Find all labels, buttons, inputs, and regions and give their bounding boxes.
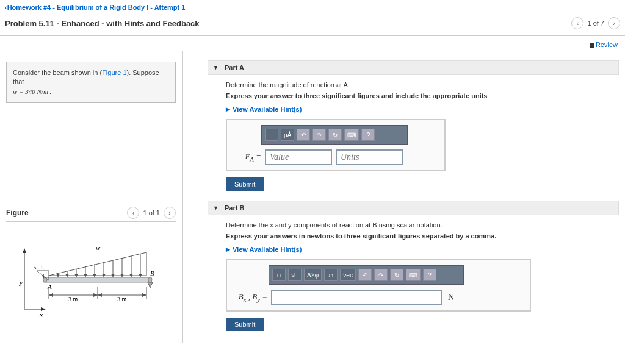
review-icon bbox=[590, 43, 594, 48]
part-a-value-input[interactable] bbox=[265, 149, 332, 165]
tb-vec-button[interactable]: vec bbox=[340, 269, 356, 281]
part-a-toolbar: □ µÅ ↶ ↷ ↻ ⌨ ? bbox=[261, 125, 408, 145]
tb-subsup-button[interactable]: ↓↑ bbox=[324, 269, 338, 281]
svg-text:3: 3 bbox=[41, 265, 44, 271]
problem-prompt: Consider the beam shown in (Figure 1). S… bbox=[6, 62, 176, 103]
part-b-hint-label: View Available Hint(s) bbox=[233, 246, 302, 253]
next-page-button[interactable]: › bbox=[608, 17, 620, 29]
svg-text:A: A bbox=[47, 283, 52, 290]
part-b-answer-label: Bx , By = bbox=[232, 292, 267, 303]
page-title: Problem 5.11 - Enhanced - with Hints and… bbox=[5, 19, 200, 28]
caret-right-icon: ▶ bbox=[226, 246, 230, 252]
figure-prev-button[interactable]: ‹ bbox=[127, 207, 139, 219]
svg-text:4: 4 bbox=[42, 273, 45, 279]
review-label: Review bbox=[596, 41, 618, 48]
tb-help-button[interactable]: ? bbox=[423, 269, 436, 281]
svg-marker-42 bbox=[49, 293, 53, 297]
svg-marker-2 bbox=[23, 248, 26, 253]
svg-text:B: B bbox=[150, 269, 154, 277]
svg-rect-28 bbox=[44, 277, 151, 282]
page-nav: ‹ 1 of 7 › bbox=[571, 17, 620, 29]
svg-marker-37 bbox=[148, 282, 153, 288]
part-a-desc: Determine the magnitude of reaction at A… bbox=[226, 81, 619, 88]
review-link[interactable]: Review bbox=[590, 41, 618, 48]
svg-text:3 m: 3 m bbox=[68, 296, 78, 302]
part-a-units-input[interactable] bbox=[336, 149, 403, 165]
tb-root-button[interactable]: √□ bbox=[288, 269, 302, 281]
svg-text:w: w bbox=[96, 244, 101, 251]
part-b-desc: Determine the x and y components of reac… bbox=[226, 221, 619, 229]
figure-next-button[interactable]: › bbox=[164, 207, 176, 219]
caret-down-icon: ▼ bbox=[213, 205, 219, 211]
tb-templates-button[interactable]: □ bbox=[272, 269, 286, 281]
svg-marker-6 bbox=[49, 252, 146, 276]
page-count: 1 of 7 bbox=[587, 20, 604, 27]
tb-redo-button[interactable]: ↷ bbox=[312, 129, 326, 141]
part-a-hint-link[interactable]: ▶View Available Hint(s) bbox=[226, 105, 302, 113]
svg-text:y: y bbox=[19, 279, 23, 286]
caret-right-icon: ▶ bbox=[226, 106, 230, 112]
svg-marker-46 bbox=[142, 293, 146, 297]
part-a-title: Part A bbox=[225, 64, 244, 71]
prev-page-button[interactable]: ‹ bbox=[571, 17, 583, 29]
tb-undo-button[interactable]: ↶ bbox=[297, 129, 310, 141]
tb-reset-button[interactable]: ↻ bbox=[328, 129, 342, 141]
part-b-hint-link[interactable]: ▶View Available Hint(s) bbox=[226, 246, 302, 253]
part-a-hint-label: View Available Hint(s) bbox=[233, 105, 302, 113]
tb-reset-button[interactable]: ↻ bbox=[390, 269, 403, 281]
part-a-header[interactable]: ▼ Part A bbox=[208, 60, 619, 75]
part-b-title: Part B bbox=[225, 204, 244, 212]
part-a-instr: Express your answer to three significant… bbox=[226, 92, 619, 99]
beam-diagram: y x w bbox=[6, 233, 165, 318]
tb-help-button[interactable]: ? bbox=[361, 129, 375, 141]
svg-point-30 bbox=[148, 277, 152, 282]
figure-header: Figure bbox=[6, 209, 29, 217]
svg-text:5: 5 bbox=[34, 265, 37, 271]
part-a-answer-label: FA = bbox=[232, 152, 261, 163]
tb-symbols-button[interactable]: µÅ bbox=[281, 129, 294, 141]
figure-panel: y x w bbox=[6, 221, 176, 318]
part-b-submit-button[interactable]: Submit bbox=[226, 318, 264, 331]
part-b-instr: Express your answers in newtons to three… bbox=[226, 232, 619, 240]
prompt-pre: Consider the beam shown in ( bbox=[13, 69, 102, 76]
back-link-label: Homework #4 - Equilibrium of a Rigid Bod… bbox=[7, 4, 186, 11]
part-b-header[interactable]: ▼ Part B bbox=[208, 201, 619, 215]
figure-link[interactable]: Figure 1 bbox=[102, 69, 126, 76]
prompt-eq: w = 340 N/m . bbox=[13, 88, 51, 95]
figure-count: 1 of 1 bbox=[143, 209, 160, 216]
tb-greek-button[interactable]: ΑΣφ bbox=[304, 269, 322, 281]
tb-keyboard-button[interactable]: ⌨ bbox=[406, 269, 421, 281]
caret-down-icon: ▼ bbox=[213, 65, 219, 71]
svg-marker-45 bbox=[98, 293, 102, 297]
svg-text:x: x bbox=[39, 311, 43, 318]
tb-redo-button[interactable]: ↷ bbox=[374, 269, 388, 281]
back-link[interactable]: ‹Homework #4 - Equilibrium of a Rigid Bo… bbox=[5, 4, 185, 11]
tb-keyboard-button[interactable]: ⌨ bbox=[344, 129, 359, 141]
part-b-toolbar: □ √□ ΑΣφ ↓↑ vec ↶ ↷ ↻ ⌨ ? bbox=[269, 265, 464, 285]
part-b-unit: N bbox=[448, 293, 454, 302]
svg-text:3 m: 3 m bbox=[117, 296, 127, 302]
svg-marker-43 bbox=[93, 293, 98, 297]
tb-templates-button[interactable]: □ bbox=[265, 129, 278, 141]
part-b-value-input[interactable] bbox=[271, 290, 442, 305]
tb-undo-button[interactable]: ↶ bbox=[358, 269, 372, 281]
part-a-submit-button[interactable]: Submit bbox=[226, 177, 264, 191]
